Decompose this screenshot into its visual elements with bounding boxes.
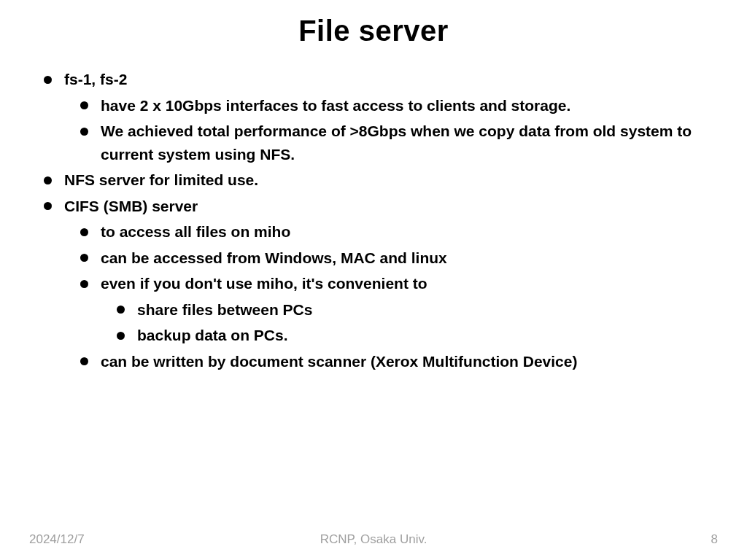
bullet-item: NFS server for limited use. <box>44 168 703 192</box>
bullet-item: backup data on PCs. <box>117 324 703 347</box>
footer-org: RCNP, Osaka Univ. <box>320 532 427 547</box>
slide-footer: 2024/12/7 RCNP, Osaka Univ. 8 <box>0 532 747 547</box>
footer-page-number: 8 <box>711 532 718 547</box>
bullet-item: CIFS (SMB) server <box>44 195 703 218</box>
slide: File server fs-1, fs-2 have 2 x 10Gbps i… <box>0 0 747 560</box>
bullet-item: to access all files on miho <box>80 220 703 244</box>
bullet-item: have 2 x 10Gbps interfaces to fast acces… <box>80 94 703 117</box>
bullet-item: even if you don't use miho, it's conveni… <box>80 272 703 295</box>
footer-date: 2024/12/7 <box>29 532 85 547</box>
bullet-item: share files between PCs <box>117 298 703 322</box>
bullet-item: can be accessed from Windows, MAC and li… <box>80 246 703 270</box>
bullet-item: can be written by document scanner (Xero… <box>80 350 703 373</box>
bullet-item: We achieved total performance of >8Gbps … <box>80 120 703 166</box>
slide-title: File server <box>44 15 703 47</box>
bullet-list: fs-1, fs-2 have 2 x 10Gbps interfaces to… <box>44 68 703 373</box>
bullet-item: fs-1, fs-2 <box>44 68 703 91</box>
